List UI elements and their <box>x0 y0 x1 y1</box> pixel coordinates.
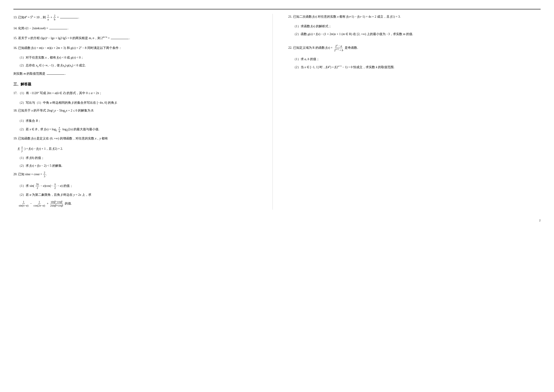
q22-sub2: （2）当 x ∈ [−1, 1] 时，f(4x) + f(2x+1 − 1) >… <box>293 64 541 70</box>
q20-frac6: sinβ−cosβ 2sinβ+cosβ <box>50 200 63 208</box>
q20-sub2: （2）若 α 为第二象限角，且角 β 终边在 y = 2x 上，求 <box>18 192 266 197</box>
page-container: 13. 已知4a = 5b = 10，则 1 a + 2 b = . 14. 化… <box>14 9 540 222</box>
q14-blank <box>49 29 67 29</box>
q19-frac: x y <box>21 145 23 153</box>
page-number-value: 2 <box>539 219 541 222</box>
q17-sub2: （2）写出与（1）中角 α 终边相同的角 β 的集合并写出在 [−4π, 0] … <box>18 100 266 105</box>
problem-19: 19. 已知函数 f(x) 是定义在 (0, +∞) 的增函数，对任意的实数 x… <box>14 136 266 141</box>
q19-condition: f( x y ) = f(x) − f(y) + 1，且 f(2) = 2. <box>18 145 266 153</box>
q16-number: 16. <box>14 46 17 49</box>
q13-number: 13. <box>14 16 17 19</box>
q19-number: 19. <box>14 137 17 140</box>
q18-number: 18. <box>14 109 17 112</box>
q20-frac5: 1 cos(2π−α) <box>33 200 46 208</box>
q22-sub1: （1）求 a, b 的值； <box>293 56 541 62</box>
problem-16: 16. 已知函数 f(x) = m(x − m)(x + 2m + 3) 和 g… <box>14 45 266 51</box>
q19-sub1: （1）求 f(8) 的值； <box>18 155 266 161</box>
q15-blank <box>111 39 129 39</box>
q20-sub2-formula: 1 sin(π−α) − 1 cos(2π−α) + sinβ−cosβ 2si… <box>18 200 266 208</box>
q17-number: 17. <box>14 91 17 95</box>
q22-number: 22. <box>288 46 292 49</box>
q19-sub2: （2）求 f(x) + f(x − 2) < 5 的解集. <box>18 163 266 168</box>
problem-14: 14. 化简√(1 − 2sin4cos4) = . <box>14 26 266 31</box>
left-column: 13. 已知4a = 5b = 10，则 1 a + 2 b = . 14. 化… <box>14 14 273 210</box>
q14-number: 14. <box>14 27 17 30</box>
q21-sub1: （1）求函数 f(x) 的解析式； <box>293 23 541 29</box>
problem-20: 20. 已知 sinα + cosα = 2 3 . <box>14 171 266 178</box>
q15-number: 15. <box>14 36 17 40</box>
q13-frac1: 1 a <box>47 14 49 21</box>
two-column-layout: 13. 已知4a = 5b = 10，则 1 a + 2 b = . 14. 化… <box>14 14 540 210</box>
q16-blank <box>47 74 65 75</box>
problem-22: 22. 已知定义域为 R 的函数 f(x) = 2x − a 2x+1 + b … <box>288 44 541 52</box>
q20-sub1: （1）求 sin( 3π 2 − α)cos(− π 2 − α) 的值； <box>18 182 266 190</box>
q18-frac: x 8 <box>58 126 61 133</box>
problem-18: 18. 已知关于 x 的不等式 2log²2x − 5log2x + 2 ≤ 0… <box>14 108 266 114</box>
problem-17: 17. （1）将 −1120° 写成 2kπ + α(k ∈ Z) 的形式，其中… <box>14 90 266 96</box>
q18-sub2: （2）若 x ∈ B，求 f(x) = log2 x 8 ·log2(2x) 的… <box>18 126 266 133</box>
q21-number: 21. <box>288 15 292 18</box>
q18-sub1: （1）求集合 B； <box>18 118 266 124</box>
right-column: 21. 已知二次函数 f(x) 对任意的实数 x 都有 f(x+1) − f(x… <box>282 14 541 210</box>
q20-frac4: 1 sin(π−α) <box>18 200 29 208</box>
q20-number: 20. <box>14 173 17 176</box>
problem-15: 15. 若关于 x 的方程 (lgx)² − lgx + lg2·lg5 = 0… <box>14 35 266 41</box>
q13-frac2: 2 b <box>53 14 56 21</box>
q20-frac3: π 2 <box>54 182 56 190</box>
q13-blank <box>60 18 78 18</box>
q22-frac: 2x − a 2x+1 + b <box>334 44 344 52</box>
q21-sub2: （2）函数 g(x) = f(x) − (1 + 2m)x + 1 (m ∈ R… <box>293 31 541 37</box>
q20-frac: 2 3 <box>43 171 46 178</box>
problem-21: 21. 已知二次函数 f(x) 对任意的实数 x 都有 f(x+1) − f(x… <box>288 14 541 20</box>
problem-13: 13. 已知4a = 5b = 10，则 1 a + 2 b = . <box>14 14 266 21</box>
q16-conclusion: 则实数 m 的取值范围是 . <box>14 71 266 77</box>
q16-condition1: （1）对于任意实数 x，都有 f(x) < 0 或 g(x) < 0； <box>18 55 266 60</box>
page-number: 2 <box>14 219 540 222</box>
q20-frac2: 3π 2 <box>35 182 39 190</box>
q16-condition2: （2）总存在 x0 ∈ (−∞, −1)，使 f(x0)·g(x0) < 0 成… <box>18 63 266 69</box>
section3-title: 三、解答题 <box>14 82 266 87</box>
